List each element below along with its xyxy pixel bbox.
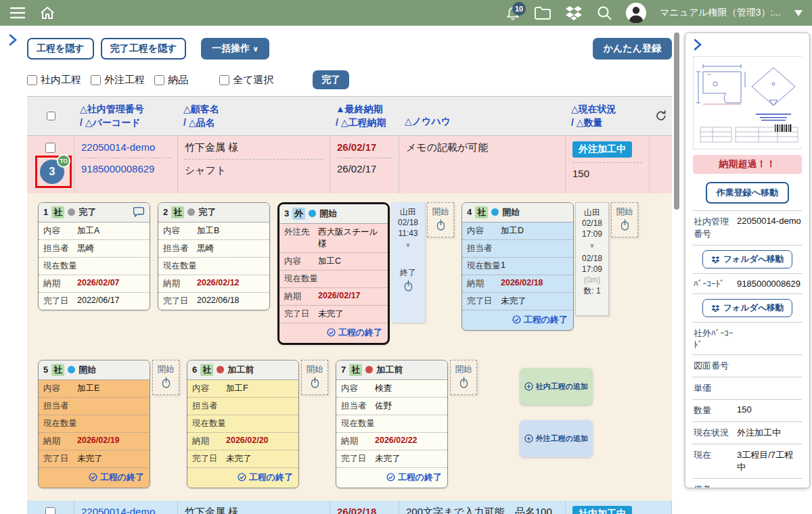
menu-icon[interactable] [9,7,26,19]
process-number: 3 [284,208,289,218]
sidebar-field-label: 数量 [694,404,737,417]
row2-checkbox[interactable] [45,507,55,514]
start-process-button[interactable]: 開始 [450,360,477,395]
folder-icon[interactable] [534,6,551,20]
process-status-label: 開始 [78,364,96,376]
process-field-row: 担当者 [187,398,298,415]
filter-delivery-checkbox[interactable] [154,75,164,85]
process-field-label: 現在数量 [43,260,77,272]
avatar[interactable] [626,3,646,23]
col-header-manage-no[interactable]: △社内管理番号/ △バーコード [74,97,178,136]
timeline-count: 数: 1 [577,285,607,296]
process-card-6[interactable]: 6社加工前内容加工F担当者現在数量納期2026/02/20完了日未完了工程の終了 [187,360,299,488]
process-field-value: 加工F [226,383,248,394]
process-card-3[interactable]: 3外開始外注先西大阪スチール様内容加工C現在数量納期2026/02/17完了日未… [277,202,390,345]
process-card-2[interactable]: 2社完了内容加工B担当者黒崎現在数量納期2026/02/12完了日2022/06… [158,202,270,310]
process-card-1[interactable]: 1社完了内容加工A担当者黒崎現在数量納期2026/02/07完了日2022/06… [38,202,150,310]
notifications-bell-icon[interactable]: 10 [505,5,520,21]
end-process-link[interactable]: 工程の終了 [39,468,150,488]
row1-barcode-link[interactable]: 9185000008629 [81,163,154,174]
cad-drawing-thumbnail[interactable] [693,56,802,149]
process-card-7[interactable]: 7社加工前内容検査担当者佐野現在数量納期2026/02/22完了日未完了工程の終… [336,360,448,488]
start-process-button[interactable]: 開始 [611,202,638,237]
end-process-link[interactable]: 工程の終了 [279,323,388,343]
col-header-knowhow[interactable]: △ノウハウ [399,97,566,136]
process-status-label: 完了 [198,206,216,218]
sidebar-field-value: 9185000008629 [737,279,800,289]
process-field-value: 佐野 [375,400,392,412]
filter-internal[interactable]: 社内工程 [27,74,81,87]
table-select-all-checkbox[interactable] [47,112,55,120]
process-card-4[interactable]: 4社開始内容加工D担当者現在数量1納期2026/02/18完了日未完了工程の終了 [461,202,574,331]
easy-register-button[interactable]: かんたん登録 [593,38,672,60]
hide-steps-button[interactable]: 工程を隠す [27,38,94,60]
filter-outsourced-checkbox[interactable] [91,75,101,85]
hide-done-steps-button[interactable]: 完了工程を隠す [101,38,187,60]
end-process-link[interactable]: 工程の終了 [187,468,298,488]
refresh-button[interactable] [650,97,672,136]
timeline-worker: 山田 [577,207,607,218]
filter-delivery[interactable]: 納品 [154,74,188,87]
main-scrollbar-thumb[interactable] [674,32,679,210]
filter-select-all[interactable]: 全て選択 [219,74,273,87]
process-field-row: 担当者佐野 [336,398,447,415]
row1-qty: 150 [572,168,589,179]
process-status-dot [187,208,195,216]
expand-left-panel-icon[interactable] [8,34,18,46]
to-folder-button[interactable]: フォルダへ移動 [702,299,792,317]
start-process-button[interactable]: 開始 [427,202,454,237]
bulk-action-button[interactable]: 一括操作 ∨ [201,38,269,60]
end-process-link[interactable]: 工程の終了 [462,310,573,330]
select-all-checkbox[interactable] [219,75,229,85]
filter-outsourced[interactable]: 外注工程 [91,74,145,87]
process-field-value: 未完了 [318,308,344,320]
row1-process-count-button[interactable]: 3 TO [40,160,64,184]
col-due-label: ▲最終納期 [336,102,394,116]
start-process-button[interactable]: 開始 [301,360,328,395]
col-header-status[interactable]: △現在状況/ △数量 [566,97,650,136]
process-status-dot [68,208,75,216]
process-field-value: 未完了 [77,453,103,465]
row1-checkbox[interactable] [45,143,55,153]
process-type-badge: 外 [292,208,305,220]
toolbar: 工程を隠す 完了工程を隠す 一括操作 ∨ かんたん登録 [27,38,672,60]
sidebar-field-value: 22050014-demo [737,216,801,240]
process-type-badge: 社 [171,206,184,218]
collapse-sidebar-icon[interactable] [693,39,702,51]
timeline-end-action-label[interactable]: 終了 [392,267,424,278]
filter-internal-checkbox[interactable] [27,75,37,85]
user-caret-down-icon[interactable] [794,10,803,16]
row1-knowhow-cell: メモの記載が可能 [399,136,566,193]
app-header: 10 マニュアル権限（管理3）:... [0,0,812,26]
process-field-value: 2026/02/18 [501,278,543,289]
mouse-icon[interactable] [392,280,424,294]
end-process-link[interactable]: 工程の終了 [336,468,447,488]
search-icon[interactable] [596,5,612,21]
process-comment-icon[interactable] [133,207,145,217]
row2-customer: 竹下金属 様 [185,506,238,514]
process-card-5[interactable]: 5社開始内容加工E担当者現在数量納期2026/02/19完了日未完了工程の終了 [38,360,150,488]
add-outsource-process-button[interactable]: 外注工程の追加 [520,420,593,457]
start-process-button[interactable]: 開始 [152,360,179,395]
process-field-value: 未完了 [226,453,252,465]
sidebar-field-value: 3工程目/7工程中 [737,449,801,473]
row2-manage-no-link[interactable]: 22050014-demo [81,506,155,514]
user-menu-label[interactable]: マニュアル権限（管理3）:... [660,7,781,19]
to-work-register-button[interactable]: 作業登録へ移動 [706,182,789,204]
col-knowhow-label: △ノウハウ [405,114,560,128]
row1-manage-no-link[interactable]: 22050014-demo [81,141,155,153]
process-field-row: 担当者 [462,240,573,258]
process-field-row: 内容検査 [336,380,447,398]
row2-final-due: 26/02/18 [337,506,376,514]
add-internal-process-button[interactable]: 社内工程の追加 [520,368,593,405]
process-field-label: 現在数量 [43,418,77,429]
dropbox-icon[interactable] [565,5,583,20]
complete-button[interactable]: 完了 [313,70,349,89]
col-header-customer[interactable]: △顧客名/ △品名 [178,97,330,136]
row1-status-cell: 外注加工中 150 [566,136,650,193]
work-register-row: 作業登録へ移動 [693,182,802,204]
to-folder-button[interactable]: フォルダへ移動 [702,250,792,268]
home-icon[interactable] [39,5,55,20]
col-header-due[interactable]: ▲最終納期/ △工程納期 [330,97,399,136]
process-field-row: 完了日未完了 [39,450,150,468]
